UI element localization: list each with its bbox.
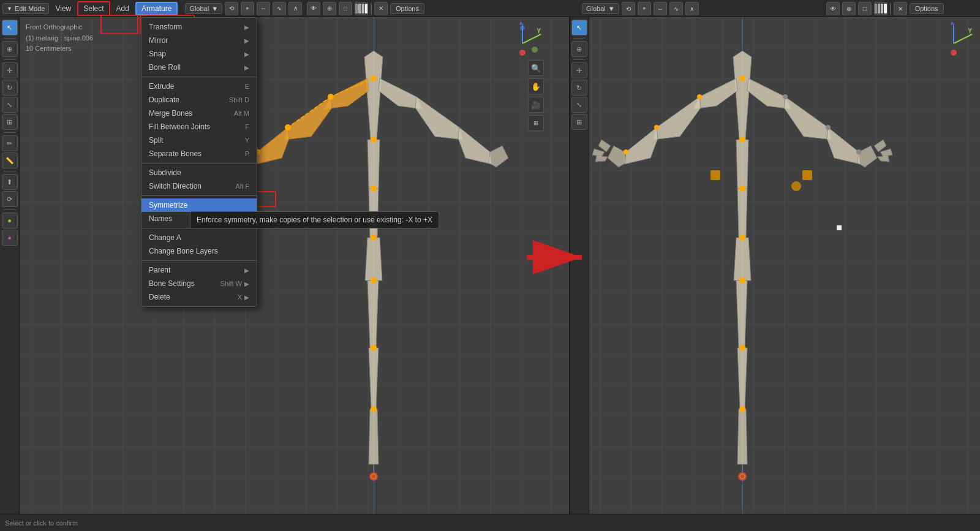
annotate-tool[interactable]: ✏ xyxy=(2,135,18,151)
top-bar: ▼ Edit Mode View Select Add Armature Glo… xyxy=(0,0,980,17)
menu-item-delete-shortcut: X xyxy=(238,293,242,301)
tool-sep-2 xyxy=(4,59,16,60)
menu-item-fillbetween-label: Fill Between Joints xyxy=(149,122,210,131)
menu-item-extrude[interactable]: Extrude E xyxy=(141,80,257,93)
toolbar-btn-r5[interactable]: ∧ xyxy=(685,2,699,15)
zoom-tool[interactable]: 🔍 xyxy=(528,60,544,76)
paint-tool[interactable]: ● xyxy=(2,213,18,228)
transform-tool-right[interactable]: ⊞ xyxy=(571,114,587,130)
menu-item-fillbetween[interactable]: Fill Between Joints F xyxy=(141,120,257,134)
global-selector-right[interactable]: Global ▼ xyxy=(582,3,619,14)
svg-text:Z: Z xyxy=(519,22,524,26)
center-line-h-left xyxy=(374,17,374,514)
viewport-left[interactable]: ↖ ⊕ ✛ ↻ ⤡ ⊞ ✏ 📏 ⬆ ⟳ ● ● Front Orthograph… xyxy=(0,17,570,514)
camera-tool[interactable]: 🎥 xyxy=(528,97,544,113)
menu-item-changebonelayers[interactable]: Change Bone Layers xyxy=(141,244,257,258)
toolbar-btn-5[interactable]: ∧ xyxy=(288,2,302,15)
toolbar-btn-3[interactable]: ↔ xyxy=(257,2,270,15)
nav-icons-left: 🔍 ✋ 🎥 ⊞ xyxy=(528,60,544,131)
menu-item-transform[interactable]: Transform ▶ xyxy=(141,20,257,34)
roll-tool[interactable]: ⟳ xyxy=(2,191,18,207)
menu-item-changea[interactable]: Change A xyxy=(141,231,257,244)
global-label-left: Global xyxy=(189,5,209,12)
toolbar-btn-4[interactable]: ∿ xyxy=(273,2,286,15)
toolbar-btn-r2[interactable]: ⌖ xyxy=(638,2,651,15)
measure-tool[interactable]: 📏 xyxy=(2,153,18,168)
grid-tool[interactable]: ⊞ xyxy=(528,115,544,131)
extrude-tool[interactable]: ⬆ xyxy=(2,174,18,190)
menu-item-snap-arrow: ▶ xyxy=(244,51,249,58)
toolbar-btn-r3[interactable]: ↔ xyxy=(654,2,667,15)
select-tool[interactable]: ↖ xyxy=(2,20,18,36)
toolbar-btn-r1[interactable]: ⟲ xyxy=(622,2,635,15)
toolbar-btn-reye[interactable]: 👁 xyxy=(826,2,840,15)
pan-tool[interactable]: ✋ xyxy=(528,78,544,94)
view-menu[interactable]: View xyxy=(50,2,76,15)
svg-text:Y: Y xyxy=(537,27,541,34)
menu-item-delete[interactable]: Delete X ▶ xyxy=(141,290,257,304)
toolbar-btn-eye[interactable]: 👁 xyxy=(307,2,320,15)
menu-item-mirror-label: Mirror xyxy=(149,36,168,45)
add-menu[interactable]: Add xyxy=(111,2,134,15)
toolbar-btn-x[interactable]: ✕ xyxy=(374,2,388,15)
scale-tool-right[interactable]: ⤡ xyxy=(571,97,587,113)
menu-item-boneroll[interactable]: Bone Roll ▶ xyxy=(141,61,257,74)
menu-item-mergebones[interactable]: Merge Bones Alt M xyxy=(141,107,257,120)
toolbar-btn-cube[interactable]: □ xyxy=(339,2,352,15)
menu-item-parent-arrow: ▶ xyxy=(244,267,249,274)
menu-item-separatebones[interactable]: Separate Bones P xyxy=(141,147,257,160)
menu-sep-2 xyxy=(141,163,257,164)
global-selector-left[interactable]: Global ▼ xyxy=(185,3,222,14)
toolbar-btn-rcursor[interactable]: ⊕ xyxy=(842,2,856,15)
tool-sep-1 xyxy=(4,38,16,39)
mode-selector[interactable]: ▼ Edit Mode xyxy=(2,3,49,14)
toolbar-btn-rcube[interactable]: □ xyxy=(858,2,872,15)
toolbar-btn-cursor[interactable]: ⊕ xyxy=(323,2,336,15)
menu-item-split[interactable]: Split Y xyxy=(141,134,257,147)
weight-tool[interactable]: ● xyxy=(2,230,18,246)
menu-item-mergebones-label: Merge Bones xyxy=(149,109,192,118)
scale-tool[interactable]: ⤡ xyxy=(2,97,18,113)
menu-item-duplicate-shortcut: Shift D xyxy=(229,96,249,104)
options-btn-right[interactable]: Options xyxy=(910,3,944,14)
tool-sep-r2 xyxy=(573,59,586,60)
menu-item-delete-label: Delete xyxy=(149,293,170,301)
toolbar-btn-2[interactable]: ⌖ xyxy=(241,2,254,15)
viewport-right[interactable]: ↖ ⊕ ✛ ↻ ⤡ ⊞ Front Orthographic Z Y xyxy=(570,17,980,514)
menu-item-bonesettings[interactable]: Bone Settings Shift W ▶ xyxy=(141,277,257,290)
cursor-tool[interactable]: ⊕ xyxy=(2,41,18,57)
rotate-tool-right[interactable]: ↻ xyxy=(571,80,587,96)
orange-marker-1 xyxy=(710,170,720,180)
menu-item-switchdirection-shortcut: Alt F xyxy=(235,183,249,190)
select-menu[interactable]: Select xyxy=(77,1,110,16)
move-tool-right[interactable]: ✛ xyxy=(571,62,587,78)
menu-item-subdivide[interactable]: Subdivide xyxy=(141,166,257,179)
menu-sep-5 xyxy=(141,260,257,261)
toolbar-btn-1[interactable]: ⟲ xyxy=(225,2,238,15)
tool-sep-3 xyxy=(4,132,16,133)
menu-item-names[interactable]: Names xyxy=(141,212,257,225)
tool-sep-5 xyxy=(4,209,16,210)
center-line-h-right xyxy=(742,17,743,514)
menu-item-snap-label: Snap xyxy=(149,50,166,58)
toolbar-btn-rshading[interactable] xyxy=(874,2,888,15)
move-tool[interactable]: ✛ xyxy=(2,62,18,78)
menu-item-split-shortcut: Y xyxy=(245,137,249,144)
menu-item-parent[interactable]: Parent ▶ xyxy=(141,263,257,277)
transform-tool[interactable]: ⊞ xyxy=(2,114,18,130)
toolbar-btn-shading[interactable] xyxy=(355,2,368,15)
menu-item-mirror[interactable]: Mirror ▶ xyxy=(141,34,257,47)
rotate-tool[interactable]: ↻ xyxy=(2,80,18,96)
menu-item-boneroll-arrow: ▶ xyxy=(244,64,249,71)
menu-item-duplicate[interactable]: Duplicate Shift D xyxy=(141,93,257,107)
toolbar-btn-r4[interactable]: ∿ xyxy=(669,2,683,15)
options-btn-left[interactable]: Options xyxy=(390,3,424,14)
menu-item-symmetrize[interactable]: Symmetrize xyxy=(141,198,257,212)
select-tool-right[interactable]: ↖ xyxy=(571,20,587,36)
menu-item-snap[interactable]: Snap ▶ xyxy=(141,47,257,61)
menu-item-switchdirection[interactable]: Switch Direction Alt F xyxy=(141,179,257,193)
armature-menu-btn[interactable]: Armature xyxy=(135,2,178,15)
toolbar-btn-rx[interactable]: ✕ xyxy=(894,2,907,15)
cursor-tool-right[interactable]: ⊕ xyxy=(571,41,587,57)
menu-item-changebonelayers-label: Change Bone Layers xyxy=(149,247,218,255)
